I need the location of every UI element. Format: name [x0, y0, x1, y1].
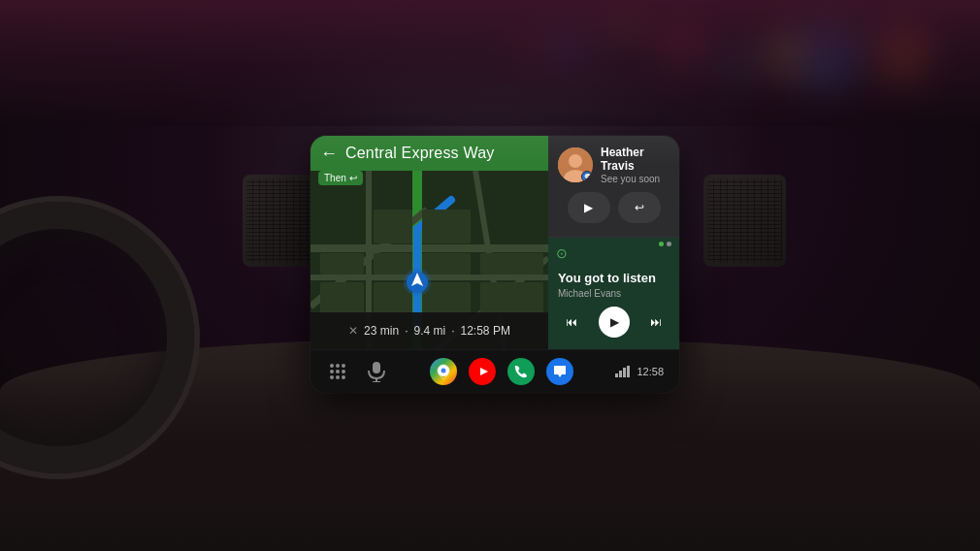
svg-rect-10: [374, 253, 412, 275]
prev-icon: ⏮: [566, 315, 577, 329]
grid-menu-button[interactable]: [326, 360, 349, 383]
svg-rect-15: [480, 253, 543, 275]
route-eta: 12:58 PM: [461, 324, 510, 338]
nav-bar: 12:58: [310, 350, 679, 393]
nav-bar-left: [326, 360, 388, 383]
music-play-button[interactable]: ▶: [599, 307, 630, 338]
music-service-icon: ⊙: [556, 245, 568, 261]
map-info-bar: ✕ 23 min · 9.4 mi · 12:58 PM: [310, 312, 548, 349]
messages-icon: [552, 364, 568, 379]
nav-then-indicator: Then ↩: [318, 171, 363, 185]
svg-point-24: [569, 154, 582, 168]
svg-rect-33: [619, 371, 622, 377]
play-icon: ▶: [584, 201, 593, 214]
svg-rect-12: [374, 210, 412, 243]
music-prev-button[interactable]: ⏮: [558, 308, 585, 336]
svg-rect-35: [627, 366, 630, 377]
svg-point-30: [441, 369, 446, 373]
svg-rect-32: [615, 373, 618, 377]
music-dots: [659, 242, 671, 246]
music-controls: ⏮ ▶ ⏭: [558, 307, 670, 338]
then-arrow: ↩: [349, 173, 357, 183]
contact-reply-button[interactable]: ↩: [618, 192, 661, 223]
music-play-icon: ▶: [610, 315, 619, 329]
contact-actions: ▶ ↩: [558, 192, 670, 223]
street-name: Central Express Way: [345, 145, 494, 162]
window-area: [0, 0, 980, 126]
messages-app-button[interactable]: [546, 358, 573, 385]
right-panel: 💬 Heather Travis See you soon ▶ ↩: [548, 136, 679, 349]
mic-icon: [368, 361, 385, 382]
contact-subtitle: See you soon: [601, 174, 670, 184]
contact-header: 💬 Heather Travis See you soon: [558, 146, 670, 184]
reply-icon: ↩: [635, 201, 644, 214]
svg-rect-11: [422, 253, 471, 275]
svg-rect-34: [623, 368, 626, 377]
contact-play-button[interactable]: ▶: [568, 192, 610, 223]
route-distance: 9.4 mi: [413, 324, 445, 338]
contact-status: See you soon: [601, 174, 660, 184]
microphone-button[interactable]: [365, 360, 388, 383]
route-time: 23 min: [364, 324, 399, 338]
close-route-icon[interactable]: ✕: [348, 324, 358, 338]
svg-rect-26: [373, 362, 380, 373]
svg-rect-13: [422, 210, 471, 243]
nav-bar-right: 12:58: [615, 366, 664, 377]
maps-app-button[interactable]: [430, 358, 457, 385]
route-separator2: ·: [451, 324, 454, 338]
speaker-right: [703, 175, 786, 267]
contact-card: 💬 Heather Travis See you soon ▶ ↩: [548, 136, 679, 238]
route-separator: ·: [405, 324, 408, 338]
signal-icon: [615, 366, 631, 377]
time-display: 12:58: [637, 366, 664, 377]
android-auto-screen: ← Central Express Way Then ↩: [310, 136, 679, 393]
music-title: You got to listen: [558, 271, 670, 286]
music-next-button[interactable]: ⏭: [642, 308, 670, 336]
music-dot-inactive: [667, 242, 671, 246]
music-card: ⊙ You got to listen Michael Evans ⏮ ▶ ⏭: [548, 238, 679, 349]
next-icon: ⏭: [650, 315, 662, 329]
maps-icon: [435, 363, 452, 380]
grid-icon: [330, 364, 345, 379]
svg-rect-16: [320, 282, 364, 316]
contact-info: Heather Travis See you soon: [601, 146, 670, 184]
music-dot-active: [659, 242, 664, 246]
youtube-app-button[interactable]: [469, 358, 496, 385]
youtube-icon: [474, 366, 490, 377]
svg-marker-31: [480, 368, 488, 375]
contact-name: Heather Travis: [601, 146, 670, 174]
map-section: ← Central Express Way Then ↩: [310, 136, 548, 349]
contact-avatar: 💬: [558, 147, 593, 182]
nav-bar-center: [430, 358, 573, 385]
nav-direction-arrow: ←: [320, 145, 338, 162]
music-artist: Michael Evans: [558, 288, 670, 299]
then-label: Then: [324, 173, 346, 183]
svg-rect-14: [320, 253, 364, 275]
nav-header: ← Central Express Way: [310, 136, 548, 171]
phone-app-button[interactable]: [507, 358, 535, 385]
svg-rect-19: [480, 282, 543, 316]
phone-icon: [513, 364, 529, 379]
